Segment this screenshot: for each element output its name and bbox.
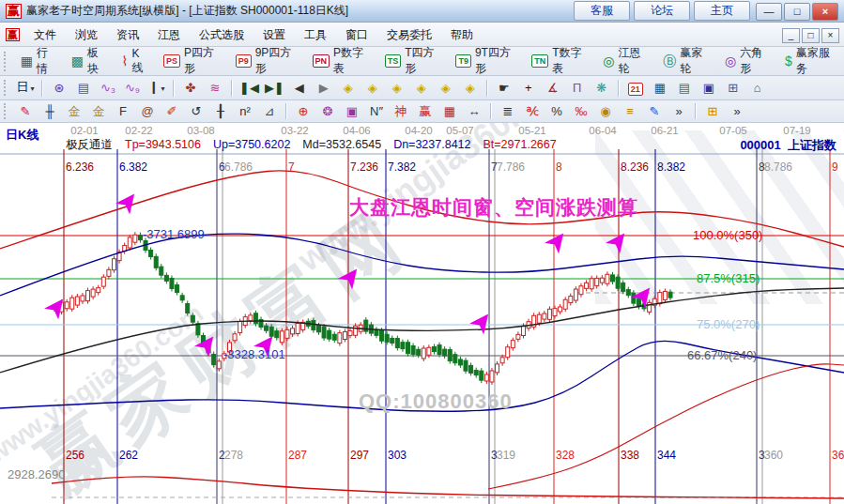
angle-fan-icon[interactable]: ⊿ xyxy=(258,102,281,121)
hand-tool-icon[interactable]: ☛ xyxy=(493,79,515,98)
gold-levels-icon[interactable]: ≡ xyxy=(619,102,641,121)
9p-square-button[interactable]: P99P四方形 xyxy=(228,47,305,75)
percent-level-icon[interactable]: ‰ xyxy=(570,102,592,121)
color-chart-icon[interactable]: ≋ xyxy=(204,79,226,98)
t-square-button[interactable]: TST四方形 xyxy=(377,47,449,75)
menu-文件[interactable]: 文件 xyxy=(24,25,66,44)
toolbar-grip[interactable] xyxy=(4,103,8,118)
time-cycle-icon[interactable]: ↺ xyxy=(185,102,207,121)
winner-wheel-button[interactable]: Ⓑ赢家轮 xyxy=(655,47,717,75)
svg-text:➤: ➤ xyxy=(107,182,147,221)
percent-icon[interactable]: % xyxy=(545,102,568,121)
magic-sphere-icon[interactable]: ⊛ xyxy=(48,79,70,98)
ying-tool-icon[interactable]: 赢 xyxy=(414,102,437,121)
menu-工具[interactable]: 工具 xyxy=(295,25,336,44)
toolbar-grip[interactable] xyxy=(4,52,8,71)
diamond-right-icon[interactable]: ◈ xyxy=(361,79,384,98)
save-icon[interactable]: ▣ xyxy=(698,79,720,98)
date-label: 07-05 xyxy=(719,125,746,136)
next-bar-icon[interactable]: ▶ xyxy=(313,79,335,98)
computer-icon[interactable]: ⌂ xyxy=(746,79,769,98)
wave-9-icon[interactable]: ∿₉ xyxy=(121,79,144,98)
menu-logo-icon: 赢 xyxy=(6,28,20,41)
time-ruler-icon[interactable]: ╫ xyxy=(38,102,61,121)
candle-style-icon[interactable]: ❙ ▾ xyxy=(146,78,168,99)
count-mark-icon[interactable]: Ν″ xyxy=(365,102,388,121)
gold-time-1-icon[interactable]: 金 xyxy=(63,102,85,121)
crosshair-tool-icon[interactable]: + xyxy=(517,79,540,98)
t-table-button[interactable]: TNT数字表 xyxy=(524,47,595,75)
fib-ruler-icon[interactable]: F xyxy=(112,102,134,121)
gold-time-2-icon[interactable]: 金 xyxy=(87,102,110,121)
menu-江恩[interactable]: 江恩 xyxy=(148,25,190,44)
diamond-left-icon[interactable]: ◈ xyxy=(337,79,360,98)
gann-gate-icon[interactable]: Π xyxy=(566,79,589,98)
diamond-plus-icon[interactable]: ◈ xyxy=(435,79,457,98)
list-view-icon[interactable]: ▤ xyxy=(72,79,95,98)
shen-tool-icon[interactable]: 神 xyxy=(390,102,412,121)
menu-设置[interactable]: 设置 xyxy=(253,25,295,44)
percent-trend-icon[interactable]: ℀ xyxy=(521,102,544,121)
color-grid-icon[interactable]: ⊞ xyxy=(701,102,724,121)
first-bar-icon[interactable]: ❚◀ xyxy=(238,79,261,98)
date-label: 06-21 xyxy=(651,125,678,136)
spiral-icon[interactable]: @ xyxy=(136,102,159,121)
p-square-button[interactable]: PSP四方形 xyxy=(156,47,228,75)
grid-123-icon[interactable]: ▦ xyxy=(438,102,461,121)
more-tools-2-icon[interactable]: » xyxy=(726,102,748,121)
kline-chart-area[interactable]: www.yingjia360.com 赢家财富网 www.yingjia360.… xyxy=(0,123,844,504)
calculator-icon[interactable]: ▦ xyxy=(649,79,671,98)
prev-bar-icon[interactable]: ◀ xyxy=(288,79,311,98)
minimize-button[interactable]: — xyxy=(756,3,782,21)
forum-button[interactable]: 论坛 xyxy=(634,1,690,21)
n-square-icon[interactable]: n² xyxy=(234,102,256,121)
mdi-restore-button[interactable]: □ xyxy=(802,28,820,43)
diamond-expand-icon[interactable]: ◈ xyxy=(386,79,408,98)
mdi-close-button[interactable]: × xyxy=(821,28,839,43)
angle-tool-icon[interactable]: ∡ xyxy=(542,79,564,98)
service-button[interactable]: 客服 xyxy=(574,1,630,21)
sectors-button[interactable]: ▩板块 xyxy=(64,47,115,75)
p-table-button[interactable]: PNP数字表 xyxy=(305,47,377,75)
gold-circle-icon[interactable]: ◉ xyxy=(594,102,617,121)
close-button[interactable]: × xyxy=(812,3,838,21)
home-button[interactable]: 主页 xyxy=(694,1,750,21)
toolbar-separator xyxy=(173,80,175,97)
chart-canvas[interactable]: ➤➤➤➤➤➤➤➤➤ xyxy=(0,123,844,504)
more-tools-icon[interactable]: » xyxy=(668,102,690,121)
calendar-icon[interactable]: 21 xyxy=(624,79,647,98)
winner-service-button[interactable]: $赢家服务 xyxy=(777,47,844,75)
grid-box-icon[interactable]: ▣ xyxy=(341,102,363,121)
draw-brush-icon[interactable]: ✎ xyxy=(14,102,37,121)
quotes-button[interactable]: ▦行情 xyxy=(13,47,64,75)
mascot-icon[interactable]: ✤ xyxy=(179,79,202,98)
kline-button[interactable]: ⌇K线 xyxy=(115,47,156,75)
red-marker-icon[interactable]: ✐ xyxy=(161,102,183,121)
bar-ruler-icon[interactable]: ╂ xyxy=(209,102,232,121)
last-bar-icon[interactable]: ▶❚ xyxy=(263,79,286,98)
menu-资讯[interactable]: 资讯 xyxy=(107,25,148,44)
gann-wheel-button[interactable]: ◎江恩轮 xyxy=(595,47,655,75)
smart-brain-icon[interactable]: ❋ xyxy=(591,79,613,98)
mdi-minimize-button[interactable]: _ xyxy=(782,28,800,43)
toolbar-grip[interactable] xyxy=(4,80,8,97)
maximize-button[interactable]: □ xyxy=(784,3,810,21)
note-pen-icon[interactable]: ✎ xyxy=(643,102,666,121)
send-chart-icon[interactable]: ⊞ xyxy=(722,79,744,98)
menu-窗口[interactable]: 窗口 xyxy=(336,25,377,44)
bar-width-icon[interactable]: ↔ xyxy=(463,102,485,121)
menu-交易委托[interactable]: 交易委托 xyxy=(377,25,441,44)
9t-square-button[interactable]: T99T四方形 xyxy=(448,47,524,75)
diamond-move-icon[interactable]: ◈ xyxy=(459,79,482,98)
menu-帮助[interactable]: 帮助 xyxy=(441,25,483,44)
menu-公式选股[interactable]: 公式选股 xyxy=(190,25,253,44)
period-day-icon[interactable]: 日 ▾ xyxy=(14,78,37,99)
stats-ladder-icon[interactable]: ≣ xyxy=(497,102,519,121)
notes-icon[interactable]: ▤ xyxy=(673,79,696,98)
diamond-compress-icon[interactable]: ◈ xyxy=(410,79,433,98)
petal-tool-icon[interactable]: ❂ xyxy=(316,102,339,121)
wave-3-icon[interactable]: ∿₃ xyxy=(97,79,119,98)
gann-target-icon[interactable]: ⊕ xyxy=(292,102,315,121)
hexagon-button[interactable]: ◎六角形 xyxy=(717,47,777,75)
menu-浏览[interactable]: 浏览 xyxy=(66,25,107,44)
